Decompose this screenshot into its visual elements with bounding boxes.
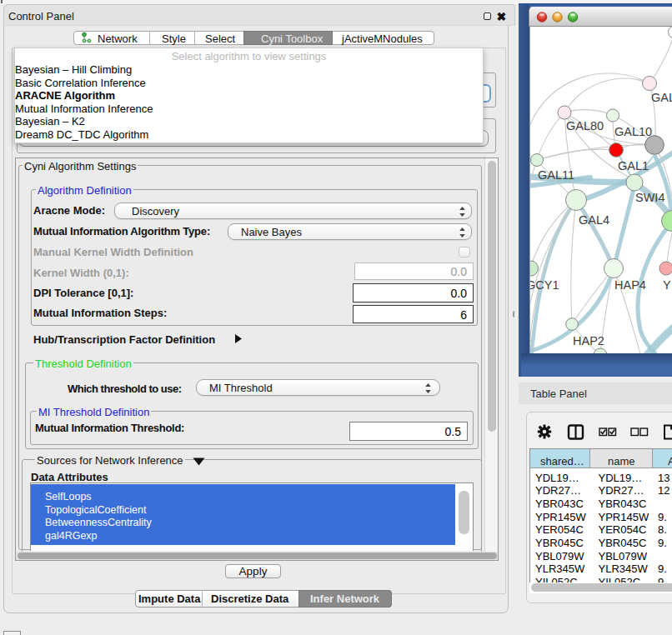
- svg-text:GCY1: GCY1: [530, 278, 559, 292]
- svg-text:GAL11: GAL11: [538, 168, 574, 182]
- svg-text:Y: Y: [663, 278, 671, 292]
- svg-text:GAL10: GAL10: [614, 125, 652, 138]
- svg-text:GAL80: GAL80: [566, 119, 604, 132]
- svg-text:GAL4: GAL4: [579, 213, 609, 227]
- svg-text:GAL1: GAL1: [618, 159, 649, 172]
- svg-text:HAP2: HAP2: [573, 334, 604, 348]
- svg-text:GAL: GAL: [651, 91, 672, 104]
- svg-text:HAP4: HAP4: [614, 278, 646, 292]
- svg-text:SWI4: SWI4: [635, 191, 664, 204]
